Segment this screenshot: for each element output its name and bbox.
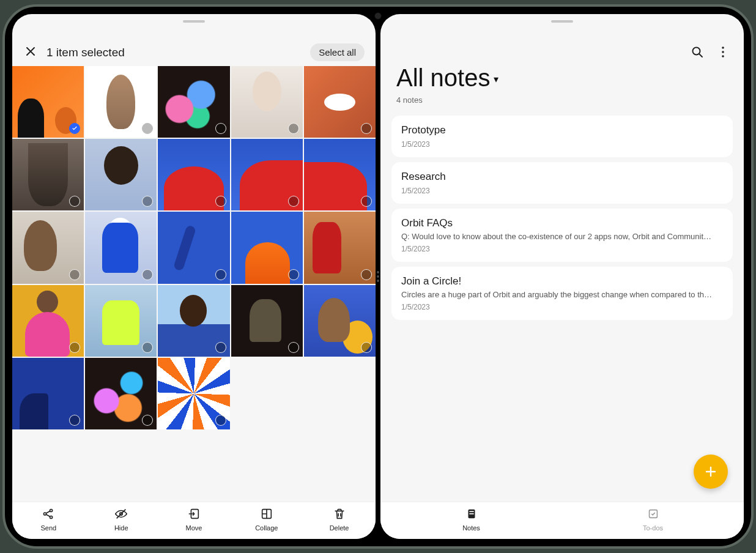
tab-notes-label: Notes xyxy=(462,524,480,532)
selection-checkbox[interactable] xyxy=(361,269,372,280)
note-snippet: Q: Would love to know about the co-exist… xyxy=(401,232,723,241)
selection-checkbox[interactable] xyxy=(361,342,372,353)
photo-thumb[interactable] xyxy=(158,212,229,283)
close-icon[interactable] xyxy=(23,44,38,61)
hide-icon xyxy=(114,507,128,522)
notes-title[interactable]: All notes ▾ xyxy=(396,64,498,92)
svg-point-1 xyxy=(50,509,53,511)
split-handle[interactable] xyxy=(377,271,379,282)
photo-thumb[interactable] xyxy=(85,212,157,283)
note-title: Join a Circle! xyxy=(401,275,723,288)
add-note-button[interactable] xyxy=(694,455,728,489)
photo-thumb[interactable] xyxy=(304,66,376,138)
note-date: 1/5/2023 xyxy=(401,187,723,195)
photo-thumb[interactable] xyxy=(304,139,376,210)
svg-point-9 xyxy=(722,55,724,58)
selection-checkbox[interactable] xyxy=(215,123,226,134)
tab-todos-label: To-dos xyxy=(643,524,663,532)
share-icon xyxy=(42,507,55,522)
svg-point-2 xyxy=(50,516,53,518)
photo-thumb[interactable] xyxy=(85,358,157,429)
move-button[interactable]: Move xyxy=(169,507,218,532)
photo-thumb[interactable] xyxy=(12,285,84,357)
photo-thumb[interactable] xyxy=(231,66,303,138)
trash-icon xyxy=(333,507,346,522)
hide-label: Hide xyxy=(114,524,128,532)
photo-thumb[interactable] xyxy=(304,285,376,357)
svg-rect-11 xyxy=(469,511,473,512)
note-card[interactable]: Orbit FAQsQ: Would love to know about th… xyxy=(391,209,733,262)
photo-thumb[interactable] xyxy=(85,66,157,138)
notes-count: 4 notes xyxy=(396,95,728,105)
photo-thumb[interactable] xyxy=(158,66,229,138)
selection-checkbox[interactable] xyxy=(69,269,80,280)
delete-label: Delete xyxy=(330,524,349,532)
hide-button[interactable]: Hide xyxy=(97,507,146,532)
selection-checkbox[interactable] xyxy=(69,342,80,353)
selection-checkbox[interactable] xyxy=(288,269,299,280)
pane-grabber-left[interactable] xyxy=(183,20,205,23)
notes-bottom-tabs: Notes To-dos xyxy=(380,502,744,539)
selection-checkbox[interactable] xyxy=(215,196,226,207)
photo-thumb[interactable] xyxy=(12,66,84,138)
selection-count-label: 1 item selected xyxy=(46,46,125,59)
gallery-header: 1 item selected Select all xyxy=(12,36,376,66)
note-title: Orbit FAQs xyxy=(401,217,723,229)
notes-app: All notes ▾ 4 notes Prototype1/5/2023Res… xyxy=(380,14,744,539)
more-icon[interactable] xyxy=(716,45,730,62)
notes-top-icons xyxy=(690,45,730,62)
photo-thumb[interactable] xyxy=(231,285,303,357)
delete-button[interactable]: Delete xyxy=(315,507,364,532)
split-screen: 1 item selected Select all Send Hide Mov… xyxy=(12,14,744,539)
photo-thumb[interactable] xyxy=(158,285,229,357)
selection-checkbox[interactable] xyxy=(215,415,226,426)
pane-grabber-right[interactable] xyxy=(551,20,573,23)
todos-icon xyxy=(647,507,660,522)
note-date: 1/5/2023 xyxy=(401,140,723,149)
selection-checkbox[interactable] xyxy=(215,269,226,280)
move-icon xyxy=(187,507,201,522)
svg-point-8 xyxy=(722,51,724,53)
notes-header: All notes ▾ 4 notes xyxy=(380,56,744,109)
selection-checkbox[interactable] xyxy=(288,342,299,353)
selection-checkbox[interactable] xyxy=(142,269,153,280)
select-all-button[interactable]: Select all xyxy=(310,43,365,61)
note-card[interactable]: Research1/5/2023 xyxy=(391,162,733,204)
svg-rect-12 xyxy=(469,513,473,514)
chevron-down-icon: ▾ xyxy=(494,73,498,85)
selection-checkbox[interactable] xyxy=(215,342,226,353)
tab-notes[interactable]: Notes xyxy=(447,507,496,532)
send-button[interactable]: Send xyxy=(24,507,73,532)
photo-grid xyxy=(12,66,376,429)
notes-list: Prototype1/5/2023Research1/5/2023Orbit F… xyxy=(380,109,744,326)
note-snippet: Circles are a huge part of Orbit and arg… xyxy=(401,290,723,299)
photo-thumb[interactable] xyxy=(12,212,84,283)
note-date: 1/5/2023 xyxy=(401,303,723,311)
selection-checkbox[interactable] xyxy=(288,123,299,134)
tab-todos[interactable]: To-dos xyxy=(629,507,678,532)
photo-thumb[interactable] xyxy=(12,358,84,429)
notes-title-text: All notes xyxy=(396,64,490,92)
notes-icon xyxy=(465,507,478,522)
move-label: Move xyxy=(186,524,202,532)
photo-thumb[interactable] xyxy=(158,139,229,210)
note-card[interactable]: Join a Circle!Circles are a huge part of… xyxy=(391,267,733,320)
collage-label: Collage xyxy=(255,524,278,532)
photo-thumb[interactable] xyxy=(85,139,157,210)
send-label: Send xyxy=(41,524,57,532)
photo-thumb[interactable] xyxy=(12,139,84,210)
collage-icon xyxy=(260,507,273,522)
note-date: 1/5/2023 xyxy=(401,245,723,253)
search-icon[interactable] xyxy=(690,45,705,62)
photo-thumb[interactable] xyxy=(304,212,376,283)
photo-thumb[interactable] xyxy=(231,139,303,210)
collage-button[interactable]: Collage xyxy=(242,507,291,532)
photo-thumb[interactable] xyxy=(158,358,229,429)
note-card[interactable]: Prototype1/5/2023 xyxy=(391,116,733,157)
note-title: Research xyxy=(401,171,723,183)
svg-point-7 xyxy=(722,46,724,49)
photo-thumb[interactable] xyxy=(85,285,157,357)
tablet-frame: 1 item selected Select all Send Hide Mov… xyxy=(2,4,754,549)
photo-thumb[interactable] xyxy=(231,212,303,283)
svg-point-0 xyxy=(44,513,46,515)
